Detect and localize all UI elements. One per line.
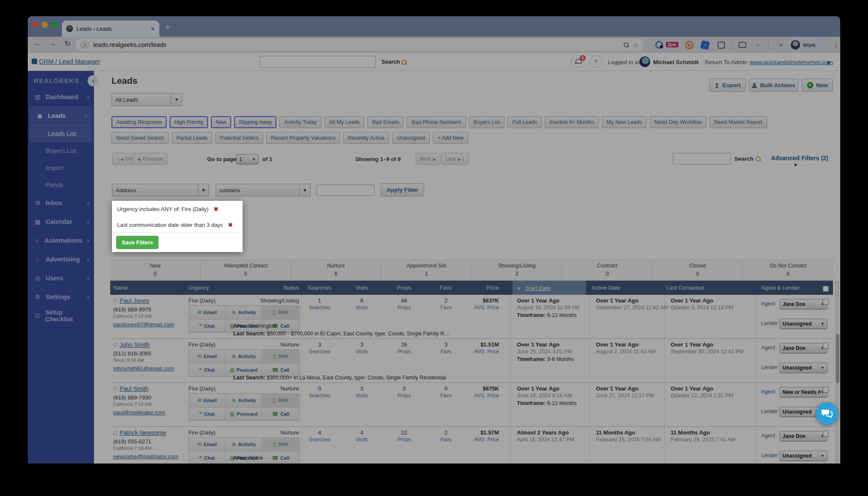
active-filter-list: Urgency includes ANY of: Fire (Daily) ✖ … [112, 201, 243, 233]
remove-filter-icon[interactable]: ✖ [228, 222, 233, 228]
live-chat-fab[interactable] [816, 402, 838, 425]
chat-bubbles-icon [821, 408, 833, 419]
remove-filter-icon[interactable]: ✖ [214, 206, 218, 212]
screenshot-root: Leads › Leads ✕ + ← → ↻ ⊙ leads.realgeek… [0, 0, 868, 496]
active-filter-row: Last communication date older than 3 day… [112, 217, 243, 233]
active-filter-text: Last communication date older than 3 day… [117, 222, 223, 228]
active-filter-text: Urgency includes ANY of: Fire (Daily) [117, 206, 208, 212]
save-filters-button[interactable]: Save Filters [116, 236, 158, 249]
active-filters-popup: Urgency includes ANY of: Fire (Daily) ✖ … [112, 201, 243, 252]
active-filter-row: Urgency includes ANY of: Fire (Daily) ✖ [112, 201, 243, 217]
